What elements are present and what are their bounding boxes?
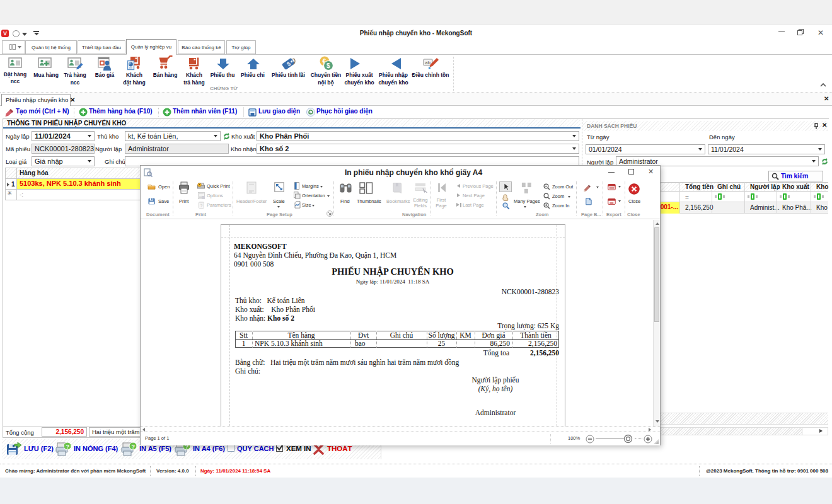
svg-text:$: $ (326, 62, 330, 69)
svg-text:?: ? (66, 444, 70, 450)
svg-text:?: ? (132, 444, 136, 450)
svg-text:ab: ab (425, 60, 430, 66)
svg-text:?: ? (200, 203, 203, 208)
